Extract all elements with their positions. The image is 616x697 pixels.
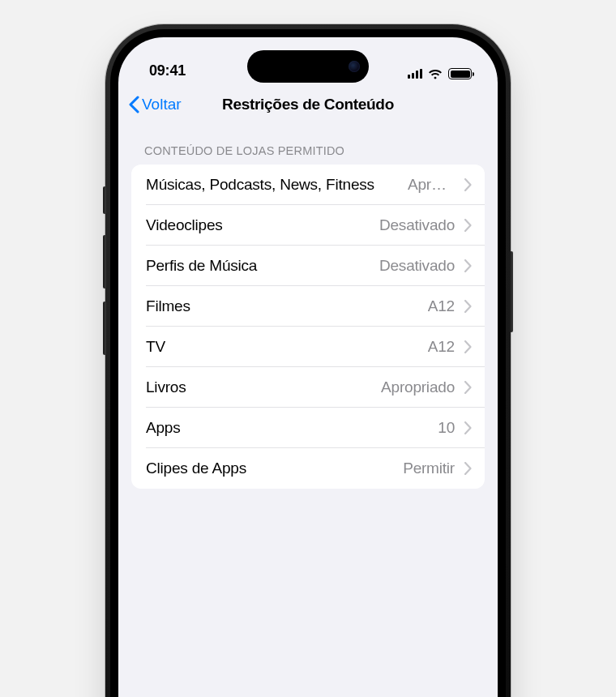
- chevron-right-icon: [464, 300, 472, 313]
- row-value: A12: [428, 338, 455, 356]
- row-label: Livros: [146, 378, 374, 396]
- row-perfis-musica[interactable]: Perfis de Música Desativado: [131, 246, 485, 286]
- back-button[interactable]: Voltar: [128, 96, 182, 113]
- row-apps[interactable]: Apps 10: [131, 408, 485, 448]
- chevron-right-icon: [464, 219, 472, 232]
- row-clipes-apps[interactable]: Clipes de Apps Permitir: [131, 448, 485, 489]
- cellular-signal-icon: [408, 69, 423, 79]
- row-label: Clipes de Apps: [146, 460, 396, 477]
- row-label: Apps: [146, 419, 431, 437]
- chevron-right-icon: [464, 462, 472, 475]
- section-header: CONTEÚDO DE LOJAS PERMITIDO: [131, 144, 485, 165]
- row-value: Desativado: [379, 257, 455, 275]
- chevron-right-icon: [464, 259, 472, 272]
- status-icons: [408, 68, 473, 79]
- status-time: 09:41: [149, 62, 186, 79]
- row-value: Permitir: [403, 460, 455, 477]
- power-button: [510, 251, 513, 332]
- chevron-right-icon: [464, 178, 472, 191]
- row-music-podcasts-news-fitness[interactable]: Músicas, Podcasts, News, Fitness Apropri…: [131, 165, 485, 205]
- back-label: Voltar: [142, 96, 182, 113]
- chevron-left-icon: [128, 96, 139, 113]
- row-label: Filmes: [146, 297, 421, 315]
- silence-switch: [103, 186, 106, 214]
- row-label: Videoclipes: [146, 216, 373, 234]
- row-label: Músicas, Podcasts, News, Fitness: [146, 176, 401, 194]
- dynamic-island: [247, 50, 369, 83]
- navigation-bar: Voltar Restrições de Conteúdo: [118, 84, 498, 125]
- row-value: Apropriado: [381, 378, 455, 396]
- phone-frame: 09:41: [105, 24, 511, 697]
- camera-dot: [349, 61, 360, 72]
- settings-list: Músicas, Podcasts, News, Fitness Apropri…: [131, 165, 485, 489]
- row-value: A12: [428, 297, 455, 315]
- row-value: 10: [438, 419, 455, 437]
- row-value: Desativado: [379, 216, 455, 234]
- row-label: TV: [146, 338, 421, 356]
- screen: 09:41: [118, 37, 498, 697]
- chevron-right-icon: [464, 421, 472, 434]
- row-videoclipes[interactable]: Videoclipes Desativado: [131, 205, 485, 246]
- wifi-icon: [428, 69, 443, 79]
- row-filmes[interactable]: Filmes A12: [131, 286, 485, 327]
- phone-bezel: 09:41: [110, 29, 506, 697]
- volume-down-button: [103, 301, 106, 355]
- content-area: CONTEÚDO DE LOJAS PERMITIDO Músicas, Pod…: [118, 125, 498, 489]
- row-tv[interactable]: TV A12: [131, 327, 485, 367]
- row-label: Perfis de Música: [146, 257, 373, 275]
- chevron-right-icon: [464, 381, 472, 394]
- row-livros[interactable]: Livros Apropriado: [131, 367, 485, 408]
- battery-icon: [448, 68, 472, 79]
- row-value: Apropriado: [408, 176, 455, 194]
- chevron-right-icon: [464, 340, 472, 353]
- volume-up-button: [103, 235, 106, 289]
